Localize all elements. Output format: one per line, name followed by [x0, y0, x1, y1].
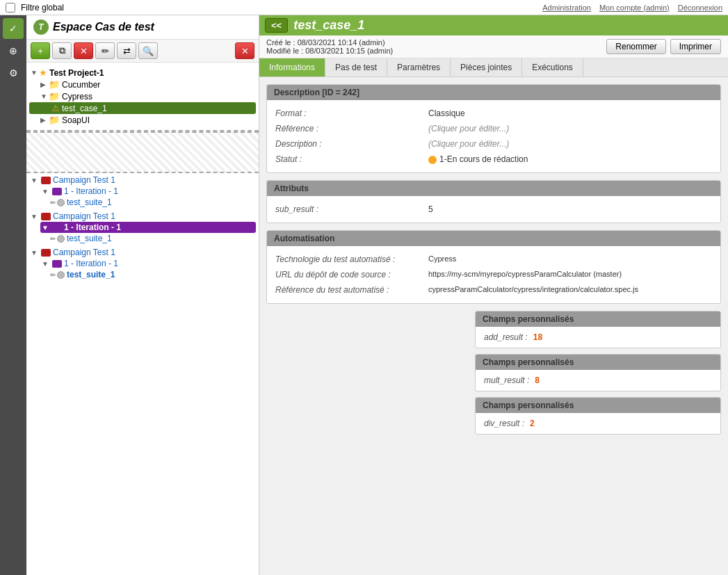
cucumber-toggle: ▶: [40, 81, 49, 88]
soapui-label: SoapUI: [62, 115, 90, 125]
tree-toolbar: + ⧉ ✕ ✏ ⇄ 🔍 ✕: [26, 40, 259, 63]
field-value: Classique: [428, 108, 465, 118]
print-button[interactable]: Imprimer: [670, 39, 721, 54]
tree-cypress[interactable]: ▼ 📁 Cypress: [29, 90, 256, 102]
auto-field-row: Référence du test automatisé :cypressPar…: [275, 282, 712, 298]
suite-row[interactable]: ✏test_suite_1: [49, 197, 256, 208]
campaign-detail-row: Champs personnalisésadd_result :18: [266, 311, 721, 348]
automatisation-section: Automatisation Technologie du test autom…: [266, 230, 721, 304]
folder-icon: 📁: [49, 79, 60, 90]
content-area: Description [ID = 242] Format :Classique…: [259, 77, 728, 575]
right-panel: << test_case_1 Créé le : 08/03/2021 10:1…: [259, 15, 728, 575]
campaign-left-col: [266, 311, 475, 348]
suite-label: test_suite_1: [67, 234, 112, 243]
dashed-separator: [26, 131, 259, 173]
tab-informations[interactable]: Informations: [259, 58, 325, 76]
campaign-row[interactable]: ▼Campaign Test 1: [29, 211, 256, 222]
meta-actions: Renommer Imprimer: [606, 39, 721, 54]
sidebar-icon-user[interactable]: ⊕: [3, 40, 24, 61]
right-header: << test_case_1: [259, 15, 728, 35]
left-panel: T Espace Cas de test + ⧉ ✕ ✏ ⇄ 🔍 ✕ ▼ ★ T…: [26, 15, 259, 575]
cucumber-label: Cucumber: [62, 80, 100, 90]
custom-field-label: div_result :: [484, 419, 524, 428]
description-header: Description [ID = 242]: [267, 85, 720, 100]
top-bar-left: Filtre global: [6, 3, 64, 13]
description-section: Description [ID = 242] Format :Classique…: [266, 84, 721, 173]
logout-link[interactable]: Déconnexion: [678, 3, 722, 12]
created-text: Créé le : 08/03/2021 10:14 (admin): [266, 38, 393, 47]
custom-field-value: 18: [533, 332, 542, 342]
cypress-toggle: ▼: [40, 92, 49, 100]
tab-paramètres[interactable]: Paramètres: [387, 58, 451, 76]
attributs-section: Attributs sub_result : 5: [266, 180, 721, 223]
field-value[interactable]: (Cliquer pour éditer...): [428, 139, 509, 149]
iteration-row[interactable]: ▼1 - Iteration - 1: [40, 258, 256, 269]
delete-button[interactable]: ✕: [74, 42, 93, 59]
field-value: 1-En cours de rédaction: [428, 154, 528, 164]
automatisation-header: Automatisation: [267, 231, 720, 246]
custom-fields-header: Champs personnalisés: [476, 398, 720, 413]
account-link[interactable]: Mon compte (admin): [599, 3, 670, 12]
top-bar-right: Administration Mon compte (admin) Déconn…: [542, 3, 722, 12]
custom-fields-header: Champs personnalisés: [476, 355, 720, 370]
sidebar-icons: ✓ ⊕ ⚙: [0, 15, 26, 575]
root-toggle: ▼: [31, 69, 39, 76]
copy-button[interactable]: ⧉: [52, 42, 72, 59]
sidebar-icon-check[interactable]: ✓: [3, 18, 24, 39]
campaign-row[interactable]: ▼Campaign Test 1: [29, 175, 256, 186]
suite-pencil-icon: ✏: [50, 199, 56, 206]
field-value[interactable]: (Cliquer pour éditer...): [428, 124, 509, 133]
iteration-row[interactable]: ▼1 - Iteration - 1: [40, 186, 256, 197]
custom-field-value: 8: [535, 375, 540, 385]
field-label: Statut :: [275, 154, 428, 164]
root-star-icon: ★: [39, 67, 47, 78]
sub-result-value: 5: [428, 204, 433, 214]
suite-row[interactable]: ✏test_suite_1: [49, 233, 256, 244]
cypress-folder-icon: 📁: [49, 91, 60, 102]
auto-field-label: URL du dépôt de code source :: [275, 270, 428, 280]
tree-soapui[interactable]: ▶ 📁 SoapUI: [29, 114, 256, 126]
tab-exécutions[interactable]: Exécutions: [522, 58, 583, 76]
delete2-button[interactable]: ✕: [235, 42, 254, 59]
iteration-row[interactable]: ▼1 - Iteration - 1: [40, 222, 256, 233]
custom-fields-body: add_result :18: [476, 327, 720, 348]
custom-field-row: mult_result :8: [484, 375, 712, 385]
campaign-icon: [41, 177, 51, 184]
tab-pas-de-test[interactable]: Pas de test: [325, 58, 387, 76]
iteration-toggle-icon: ▼: [42, 224, 50, 232]
soapui-folder-icon: 📁: [49, 115, 60, 125]
tree-root-label: Test Project-1: [49, 68, 104, 78]
custom-fields-body: mult_result :8: [476, 370, 720, 391]
tree-root[interactable]: ▼ ★ Test Project-1: [29, 67, 256, 79]
campaign-row[interactable]: ▼Campaign Test 1: [29, 247, 256, 258]
rename-button[interactable]: Renommer: [606, 39, 665, 54]
cypress-label: Cypress: [62, 92, 92, 102]
search-button[interactable]: 🔍: [138, 42, 158, 59]
app-title-text: Espace Cas de test: [53, 21, 154, 33]
tree-lower: ▼Campaign Test 1▼1 - Iteration - 1✏test_…: [26, 173, 259, 575]
move-button[interactable]: ⇄: [117, 42, 136, 59]
campaign-group: ▼Campaign Test 1▼1 - Iteration - 1✏test_…: [26, 209, 259, 245]
sub-result-row: sub_result : 5: [275, 202, 712, 217]
tree-test-case-1[interactable]: ⚠ test_case_1: [29, 102, 256, 114]
filter-global-link[interactable]: Filtre global: [21, 3, 64, 13]
iteration-label: 1 - Iteration - 1: [64, 259, 118, 268]
sidebar-icon-gear[interactable]: ⚙: [3, 63, 24, 83]
add-button[interactable]: +: [31, 42, 50, 59]
sub-result-label: sub_result :: [275, 204, 428, 214]
admin-link[interactable]: Administration: [542, 3, 591, 12]
tree-cucumber[interactable]: ▶ 📁 Cucumber: [29, 79, 256, 90]
campaign-toggle-icon: ▼: [31, 213, 39, 220]
field-row: Description :(Cliquer pour éditer...): [275, 136, 712, 152]
edit-button[interactable]: ✏: [95, 42, 115, 59]
app-title: T Espace Cas de test: [26, 15, 259, 40]
campaign-label: Campaign Test 1: [53, 175, 115, 185]
iteration-toggle-icon: ▼: [42, 188, 50, 195]
suite-row[interactable]: ✏test_suite_1: [49, 269, 256, 280]
iteration-icon: [52, 188, 62, 195]
tab-pièces-jointes[interactable]: Pièces jointes: [451, 58, 522, 76]
filter-checkbox[interactable]: [6, 3, 15, 13]
back-button[interactable]: <<: [265, 18, 288, 33]
description-body: Format :ClassiqueRéférence :(Cliquer pou…: [267, 100, 720, 172]
main-layout: ✓ ⊕ ⚙ T Espace Cas de test + ⧉ ✕ ✏ ⇄ 🔍 ✕…: [0, 15, 728, 575]
